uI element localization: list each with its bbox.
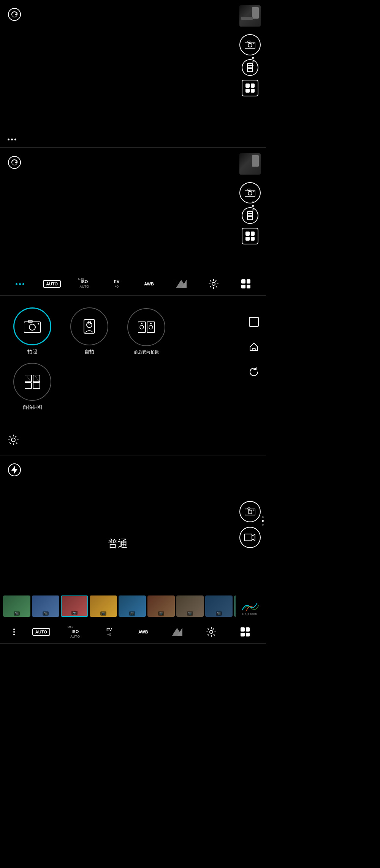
gallery-thumbnail[interactable] xyxy=(239,5,261,27)
svg-rect-8 xyxy=(248,67,252,68)
camera-switch-icon[interactable] xyxy=(8,8,21,21)
gallery-thumbnail-2[interactable] xyxy=(239,153,261,175)
mode-grid: 拍照 自拍 xyxy=(8,307,220,411)
home-icon[interactable] xyxy=(247,340,261,354)
auto-mode-button-4[interactable]: AUTO xyxy=(33,624,49,640)
filter-section: 普通 📷 📷 📷 📷 📷 📷 📷 📷 xyxy=(0,455,266,644)
selfie-collage-label: 自拍拼图 xyxy=(22,404,42,411)
iso-button[interactable]: MAX ISO AUTO xyxy=(77,276,92,291)
filter-button[interactable] xyxy=(174,276,189,291)
dual-mode-label: 前后双向拍摄 xyxy=(134,349,159,355)
filter-item-6[interactable]: 📷 xyxy=(147,595,175,617)
grid-button-2[interactable] xyxy=(242,228,258,244)
svg-rect-18 xyxy=(248,215,252,216)
more-options-button[interactable] xyxy=(8,139,16,140)
grid-button[interactable] xyxy=(242,80,258,96)
svg-rect-9 xyxy=(248,68,252,69)
right-button-group-2 xyxy=(239,182,261,244)
svg-point-33 xyxy=(141,323,142,324)
back-icon[interactable] xyxy=(247,365,261,379)
svg-line-40 xyxy=(35,376,39,381)
filter-item-3[interactable]: 📷 xyxy=(61,595,88,617)
filter-item-4[interactable]: 📷 xyxy=(90,595,117,617)
svg-point-25 xyxy=(29,324,35,330)
grid-mode-button-4[interactable] xyxy=(238,624,253,640)
filter-label: 普通 xyxy=(0,537,236,550)
camera-section-2: AUTO MAX ISO AUTO EV +0 AWB xyxy=(0,148,266,296)
photo-mode-circle[interactable] xyxy=(13,307,51,345)
right-button-group xyxy=(239,34,261,96)
filter-item-2[interactable]: 📷 xyxy=(32,595,59,617)
iso-button-4[interactable]: MAX ISO AUTO xyxy=(68,624,83,640)
flash-icon[interactable] xyxy=(8,463,21,478)
video-button[interactable] xyxy=(239,527,261,548)
auto-mode-button[interactable]: AUTO xyxy=(44,276,60,291)
svg-point-48 xyxy=(248,510,252,514)
more-options-teal[interactable] xyxy=(13,280,27,288)
selfie-mode-circle[interactable] xyxy=(70,307,108,345)
selfie-mode-item[interactable]: 自拍 xyxy=(65,307,114,355)
filter-item-9[interactable]: 📷 xyxy=(234,595,236,617)
filter-button-4[interactable] xyxy=(169,624,185,640)
camera-toolbar-4: AUTO MAX ISO AUTO EV +0 AWB xyxy=(0,621,266,643)
flash-button-2[interactable] xyxy=(242,207,258,224)
svg-point-36 xyxy=(150,323,152,324)
svg-rect-16 xyxy=(249,211,252,212)
svg-rect-37 xyxy=(25,375,32,382)
filter-item-1[interactable]: 📷 xyxy=(3,595,30,617)
svg-point-4 xyxy=(253,43,255,44)
ev-button[interactable]: EV +0 xyxy=(109,276,124,291)
nav-dot-4-2 xyxy=(262,520,264,522)
svg-rect-44 xyxy=(249,317,258,326)
filter-item-8[interactable]: 📷 xyxy=(205,595,233,617)
svg-rect-19 xyxy=(248,216,252,217)
svg-point-27 xyxy=(38,323,39,325)
camera-section-1 xyxy=(0,0,266,148)
flash-button[interactable] xyxy=(242,59,258,76)
mode-selector-section: 拍照 自拍 xyxy=(0,296,266,455)
shutter-button-2[interactable] xyxy=(239,182,261,203)
selfie-collage-mode-circle[interactable] xyxy=(13,363,51,401)
svg-rect-39 xyxy=(33,375,40,382)
camera-switch-icon-2[interactable] xyxy=(8,156,21,169)
more-options-button-4[interactable] xyxy=(13,629,15,635)
awb-button[interactable]: AWB xyxy=(141,276,157,291)
selfie-mode-label: 自拍 xyxy=(84,348,94,355)
svg-rect-17 xyxy=(248,213,252,214)
brand-watermark: Rajetech xyxy=(236,599,263,618)
svg-rect-6 xyxy=(249,63,252,64)
shutter-button[interactable] xyxy=(239,34,261,55)
awb-button-4[interactable]: AWB xyxy=(136,624,151,640)
svg-point-14 xyxy=(253,191,255,192)
svg-point-10 xyxy=(8,156,21,169)
selfie-collage-mode-item[interactable]: 自拍拼图 xyxy=(8,363,57,411)
camera-toolbar-2: AUTO MAX ISO AUTO EV +0 AWB xyxy=(0,273,266,295)
svg-rect-7 xyxy=(248,65,252,66)
nav-dot-4-3 xyxy=(262,524,264,526)
settings-button[interactable] xyxy=(206,276,221,291)
right-cam-buttons xyxy=(239,501,261,548)
grid-mode-button[interactable] xyxy=(238,276,253,291)
nav-dot-4-1 xyxy=(262,516,264,518)
svg-rect-51 xyxy=(244,534,252,541)
photo-mode-item[interactable]: 拍照 xyxy=(8,307,57,355)
svg-point-12 xyxy=(248,191,252,195)
svg-point-32 xyxy=(140,325,144,329)
settings-button-4[interactable] xyxy=(204,624,219,640)
crop-icon[interactable] xyxy=(247,315,261,329)
ev-button-4[interactable]: EV +0 xyxy=(101,624,117,640)
photo-mode-label: 拍照 xyxy=(27,348,37,355)
filter-item-7[interactable]: 📷 xyxy=(176,595,204,617)
brand-name: Rajetech xyxy=(242,612,257,616)
right-side-icons xyxy=(247,315,261,379)
svg-point-43 xyxy=(11,438,15,442)
dual-mode-item[interactable]: 前后双向拍摄 xyxy=(122,307,171,355)
filter-item-5[interactable]: 📷 xyxy=(119,595,146,617)
svg-point-23 xyxy=(212,282,215,285)
shutter-button-4[interactable] xyxy=(239,501,261,522)
settings-icon-bottom[interactable] xyxy=(8,434,19,447)
svg-point-0 xyxy=(8,8,21,20)
svg-point-2 xyxy=(248,43,252,47)
svg-point-35 xyxy=(149,325,153,329)
dual-mode-circle[interactable] xyxy=(127,308,165,346)
